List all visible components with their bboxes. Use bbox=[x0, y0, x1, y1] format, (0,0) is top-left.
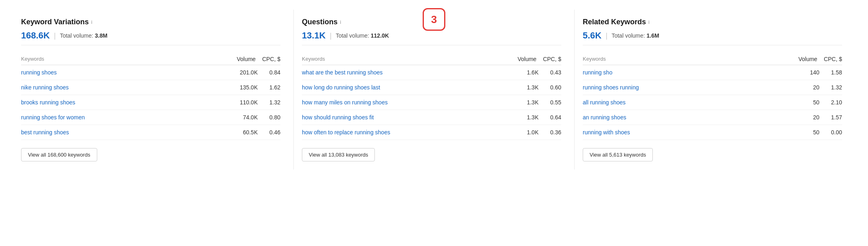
keyword-link[interactable]: what are the best running shoes bbox=[302, 69, 383, 76]
table-row: running shoes for women 74.0K 0.80 bbox=[21, 110, 280, 125]
keyword-link[interactable]: running shoes bbox=[21, 69, 57, 76]
panel-stats: 5.6K | Total volume: 1.6M bbox=[583, 30, 842, 45]
cpc-cell: 0.60 bbox=[545, 84, 561, 91]
panel-title-keyword-variations: Keyword Variations i bbox=[21, 18, 280, 26]
volume-cell: 74.0K bbox=[240, 114, 264, 121]
keyword-cell: running shoes for women bbox=[21, 114, 240, 121]
keyword-cell: what are the best running shoes bbox=[302, 69, 521, 76]
cpc-cell: 0.80 bbox=[264, 114, 280, 121]
cpc-cell: 1.62 bbox=[264, 84, 280, 91]
table-row: how many miles on running shoes 1.3K 0.5… bbox=[302, 95, 561, 110]
panel-related-keywords: Related Keywords i 5.6K | Total volume: … bbox=[575, 10, 855, 170]
cpc-cell: 0.46 bbox=[264, 129, 280, 136]
table-row: an running shoes 20 1.57 bbox=[583, 110, 842, 125]
keyword-link[interactable]: brooks running shoes bbox=[21, 99, 75, 106]
keyword-cell: best running shoes bbox=[21, 129, 240, 136]
table-row: how often to replace running shoes 1.0K … bbox=[302, 125, 561, 140]
keyword-cell: running with shoes bbox=[583, 129, 802, 136]
notification-badge[interactable]: 3 bbox=[423, 8, 445, 31]
stat-total-value: 1.6M bbox=[647, 32, 659, 39]
volume-cell: 1.3K bbox=[521, 114, 545, 121]
cpc-cell: 0.55 bbox=[545, 99, 561, 106]
keyword-link[interactable]: running shoes running bbox=[583, 84, 639, 91]
panel-stats: 13.1K | Total volume: 112.0K bbox=[302, 30, 561, 45]
keyword-link[interactable]: best running shoes bbox=[21, 129, 69, 136]
col-header-volume: Volume bbox=[517, 56, 543, 62]
stat-divider: | bbox=[330, 32, 332, 40]
col-header-keyword: Keywords bbox=[302, 56, 517, 62]
stat-secondary: Total volume: 1.6M bbox=[611, 32, 659, 39]
keyword-cell: how should running shoes fit bbox=[302, 114, 521, 121]
panel-stats: 168.6K | Total volume: 3.8M bbox=[21, 30, 280, 45]
table-row: nike running shoes 135.0K 1.62 bbox=[21, 80, 280, 95]
col-header-volume: Volume bbox=[798, 56, 824, 62]
table-row: running shoes running 20 1.32 bbox=[583, 80, 842, 95]
volume-cell: 20 bbox=[802, 84, 826, 91]
stat-total-value: 112.0K bbox=[371, 32, 389, 39]
stat-main-value: 13.1K bbox=[302, 30, 326, 41]
keyword-link[interactable]: how long do running shoes last bbox=[302, 84, 380, 91]
keyword-link[interactable]: running with shoes bbox=[583, 129, 630, 136]
volume-cell: 1.0K bbox=[521, 129, 545, 136]
keyword-cell: how often to replace running shoes bbox=[302, 129, 521, 136]
stat-secondary: Total volume: 112.0K bbox=[336, 32, 389, 39]
info-icon[interactable]: i bbox=[648, 19, 650, 25]
volume-cell: 135.0K bbox=[240, 84, 264, 91]
info-icon[interactable]: i bbox=[91, 19, 92, 25]
view-all-button-keyword-variations[interactable]: View all 168,600 keywords bbox=[21, 148, 97, 161]
keyword-cell: nike running shoes bbox=[21, 84, 240, 91]
cpc-cell: 0.64 bbox=[545, 114, 561, 121]
info-icon[interactable]: i bbox=[340, 19, 341, 25]
cpc-cell: 0.36 bbox=[545, 129, 561, 136]
table-row: how should running shoes fit 1.3K 0.64 bbox=[302, 110, 561, 125]
table-row: best running shoes 60.5K 0.46 bbox=[21, 125, 280, 140]
table-header: Keywords Volume CPC, $ bbox=[302, 53, 561, 65]
table-header: Keywords Volume CPC, $ bbox=[21, 53, 280, 65]
keyword-link[interactable]: how often to replace running shoes bbox=[302, 129, 390, 136]
table-row: all running shoes 50 2.10 bbox=[583, 95, 842, 110]
cpc-cell: 0.84 bbox=[264, 69, 280, 76]
keyword-cell: how long do running shoes last bbox=[302, 84, 521, 91]
table-row: running with shoes 50 0.00 bbox=[583, 125, 842, 140]
keyword-link[interactable]: all running shoes bbox=[583, 99, 626, 106]
volume-cell: 110.0K bbox=[240, 99, 264, 106]
keyword-cell: how many miles on running shoes bbox=[302, 99, 521, 106]
keyword-link[interactable]: an running shoes bbox=[583, 114, 626, 121]
volume-cell: 140 bbox=[802, 69, 826, 76]
cpc-cell: 1.57 bbox=[826, 114, 842, 121]
table-row: running shoes 201.0K 0.84 bbox=[21, 65, 280, 80]
col-header-volume: Volume bbox=[237, 56, 262, 62]
keyword-link[interactable]: nike running shoes bbox=[21, 84, 69, 91]
keyword-link[interactable]: how should running shoes fit bbox=[302, 114, 374, 121]
volume-cell: 1.6K bbox=[521, 69, 545, 76]
panel-title-related-keywords: Related Keywords i bbox=[583, 18, 842, 26]
stat-divider: | bbox=[54, 32, 56, 40]
keyword-cell: brooks running shoes bbox=[21, 99, 240, 106]
stat-main-value: 168.6K bbox=[21, 30, 50, 41]
col-header-cpc: CPC, $ bbox=[824, 56, 842, 62]
keyword-cell: running shoes bbox=[21, 69, 240, 76]
panel-keyword-variations: Keyword Variations i 168.6K | Total volu… bbox=[13, 10, 294, 170]
volume-cell: 60.5K bbox=[240, 129, 264, 136]
volume-cell: 50 bbox=[802, 129, 826, 136]
keyword-cell: running shoes running bbox=[583, 84, 802, 91]
cpc-cell: 1.32 bbox=[826, 84, 842, 91]
volume-cell: 50 bbox=[802, 99, 826, 106]
col-header-cpc: CPC, $ bbox=[262, 56, 280, 62]
keyword-cell: an running shoes bbox=[583, 114, 802, 121]
keyword-cell: running sho bbox=[583, 69, 802, 76]
keyword-link[interactable]: running shoes for women bbox=[21, 114, 85, 121]
view-all-button-related-keywords[interactable]: View all 5,613 keywords bbox=[583, 148, 653, 161]
stat-main-value: 5.6K bbox=[583, 30, 601, 41]
cpc-cell: 0.00 bbox=[826, 129, 842, 136]
col-header-cpc: CPC, $ bbox=[543, 56, 561, 62]
keyword-link[interactable]: running sho bbox=[583, 69, 612, 76]
table-row: running sho 140 1.58 bbox=[583, 65, 842, 80]
table-row: brooks running shoes 110.0K 1.32 bbox=[21, 95, 280, 110]
panel-title-text: Related Keywords bbox=[583, 18, 646, 26]
keyword-cell: all running shoes bbox=[583, 99, 802, 106]
view-all-button-questions[interactable]: View all 13,083 keywords bbox=[302, 148, 375, 161]
table-header: Keywords Volume CPC, $ bbox=[583, 53, 842, 65]
volume-cell: 201.0K bbox=[240, 69, 264, 76]
keyword-link[interactable]: how many miles on running shoes bbox=[302, 99, 388, 106]
